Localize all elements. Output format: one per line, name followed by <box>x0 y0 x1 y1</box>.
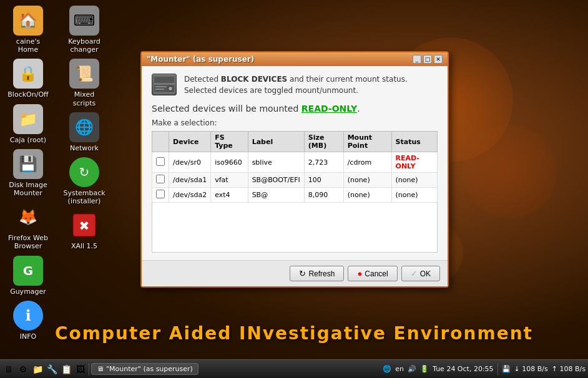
icon-network[interactable]: 🌐 Network <box>59 110 109 155</box>
device-table: Device FS Type Label Size (MB) Mount Poi… <box>152 131 438 203</box>
icon-systemback[interactable]: ↻ Systemback (installer) <box>59 155 109 208</box>
refresh-label: Refresh <box>308 269 335 278</box>
icon-disk-image-mounter[interactable]: 💾 Disk Image Mounter <box>3 147 53 200</box>
icon-caja-root[interactable]: 📁 Caja (root) <box>3 102 53 147</box>
ok-button[interactable]: ✓ OK <box>401 266 440 281</box>
cancel-icon: ● <box>357 269 362 278</box>
row-1-device: /dev/sda1 <box>169 173 211 188</box>
dialog-maximize-button[interactable]: □ <box>423 55 432 64</box>
taskbar-separator-2 <box>497 363 498 376</box>
ok-label: OK <box>420 269 431 278</box>
xall-icon: ✖ <box>69 210 99 240</box>
row-0-label: sblive <box>248 152 304 173</box>
svg-rect-8 <box>155 89 164 90</box>
cancel-label: Cancel <box>365 269 388 278</box>
row-1-size: 100 <box>304 173 343 188</box>
row-0-checkbox[interactable] <box>156 157 165 166</box>
taskbar-icon-3[interactable]: 📁 <box>31 363 44 376</box>
row-0-device: /dev/sr0 <box>169 152 211 173</box>
dialog-footer: ↻ Refresh ● Cancel ✓ OK <box>142 260 448 286</box>
desktop-icons-col2: ⌨ Keyboard changer 📜 Mixed scripts 🌐 Net… <box>59 3 109 253</box>
taskbar-net-down: ↓ 108 B/s <box>514 365 548 373</box>
col-header-mountpoint: Mount Point <box>343 132 391 152</box>
svg-rect-7 <box>155 86 167 87</box>
icon-guymager[interactable]: G Guymager <box>3 253 53 298</box>
dialog-close-button[interactable]: ✕ <box>434 55 443 64</box>
taskbar-disk-icon: 💾 <box>502 365 511 373</box>
row-2-fstype: ext4 <box>211 188 248 203</box>
network-label: Network <box>70 144 99 152</box>
caine-tagline: Computer Aided INvestigative Environment <box>0 323 588 344</box>
row-2-checkbox[interactable] <box>156 190 165 198</box>
mixed-scripts-label: Mixed scripts <box>62 90 107 107</box>
taskbar-separator-1 <box>89 363 89 376</box>
dialog-minimize-button[interactable]: _ <box>413 55 421 64</box>
icon-caines-home[interactable]: 🏠 caine's Home <box>3 3 53 56</box>
col-header-size: Size (MB) <box>304 132 343 152</box>
xall-label: XAll 1.5 <box>71 242 97 250</box>
col-header-device: Device <box>169 132 211 152</box>
row-2-size: 8,090 <box>304 188 343 203</box>
bokeh-decoration-2 <box>463 125 557 218</box>
row-0-size: 2,723 <box>304 152 343 173</box>
dialog-titlebar: "Mounter" (as superuser) _ □ ✕ <box>142 52 448 66</box>
disk-image-mounter-label: Disk Image Mounter <box>6 181 51 197</box>
guymager-label: Guymager <box>10 288 46 296</box>
taskbar-keyboard-layout[interactable]: en <box>395 365 404 373</box>
row-2-label: SB@ <box>248 188 304 203</box>
row-1-label: SB@BOOT/EFI <box>248 173 304 188</box>
taskbar-icon-4[interactable]: 🔧 <box>46 363 58 376</box>
taskbar-mounter-app[interactable]: 🖥 "Mounter" (as superuser) <box>91 363 198 375</box>
systemback-icon: ↻ <box>69 157 99 187</box>
taskbar-icon-5[interactable]: 📋 <box>60 363 72 376</box>
col-header-fstype: FS Type <box>211 132 248 152</box>
hdd-icon <box>152 74 177 95</box>
mount-text-prefix: Selected devices will be mounted <box>152 104 301 114</box>
mixed-scripts-icon: 📜 <box>69 59 99 89</box>
icon-firefox[interactable]: 🦊 Firefox Web Browser <box>3 200 53 253</box>
refresh-button[interactable]: ↻ Refresh <box>290 266 344 281</box>
network-icon: 🌐 <box>69 112 99 142</box>
firefox-label: Firefox Web Browser <box>6 234 51 250</box>
caja-root-label: Caja (root) <box>10 136 46 144</box>
cancel-button[interactable]: ● Cancel <box>348 266 397 281</box>
icon-keyboard-changer[interactable]: ⌨ Keyboard changer <box>59 3 109 56</box>
taskbar-battery-icon: 🔋 <box>420 365 429 373</box>
mounter-dialog: "Mounter" (as superuser) _ □ ✕ <box>140 51 449 288</box>
icon-block-on-off[interactable]: 🔒 BlockOn/Off <box>3 56 53 101</box>
header-line1: Detected BLOCK DEVICES and their current… <box>184 74 408 85</box>
table-empty-area <box>152 203 438 253</box>
row-2-status: (none) <box>391 188 437 203</box>
desktop-icons-col1: 🏠 caine's Home 🔒 BlockOn/Off 📁 Caja (roo… <box>3 3 53 343</box>
disk-image-mounter-icon: 💾 <box>13 149 43 179</box>
taskbar-icon-2[interactable]: ⚙ <box>17 363 29 376</box>
col-header-status: Status <box>391 132 437 152</box>
firefox-icon: 🦊 <box>13 202 43 232</box>
taskbar-icon-6[interactable]: 🖼 <box>74 363 87 376</box>
row-1-fstype: vfat <box>211 173 248 188</box>
row-1-checkbox[interactable] <box>156 175 165 183</box>
keyboard-changer-label: Keyboard changer <box>62 37 107 54</box>
icon-mixed-scripts[interactable]: 📜 Mixed scripts <box>59 56 109 109</box>
taskbar-app-label: "Mounter" (as superuser) <box>106 365 193 373</box>
block-on-off-icon: 🔒 <box>13 59 43 89</box>
taskbar-app-icon: 🖥 <box>97 365 104 373</box>
taskbar-icon-1[interactable]: 🖥 <box>2 363 15 376</box>
dialog-content: Detected BLOCK DEVICES and their current… <box>142 66 448 260</box>
row-1-status: (none) <box>391 173 437 188</box>
row-1-mountpoint: (none) <box>343 173 391 188</box>
table-row: /dev/sr0 iso9660 sblive 2,723 /cdrom REA… <box>152 152 438 173</box>
taskbar: 🖥 ⚙ 📁 🔧 📋 🖼 🖥 "Mounter" (as superuser) 🌐… <box>0 359 588 378</box>
taskbar-volume-icon[interactable]: 🔊 <box>408 365 416 373</box>
mount-text-suffix: . <box>357 104 360 114</box>
col-header-checkbox <box>152 132 169 152</box>
row-0-mountpoint: /cdrom <box>343 152 391 173</box>
svg-point-6 <box>169 87 172 90</box>
dialog-window-controls: _ □ ✕ <box>413 55 443 64</box>
svg-text:✖: ✖ <box>79 218 90 233</box>
ok-icon: ✓ <box>411 269 418 278</box>
dialog-title: "Mounter" (as superuser) <box>147 55 254 64</box>
icon-xall[interactable]: ✖ XAll 1.5 <box>59 208 109 253</box>
table-row: /dev/sda2 ext4 SB@ 8,090 (none) (none) <box>152 188 438 203</box>
dialog-selection-label: Make a selection: <box>152 119 438 127</box>
